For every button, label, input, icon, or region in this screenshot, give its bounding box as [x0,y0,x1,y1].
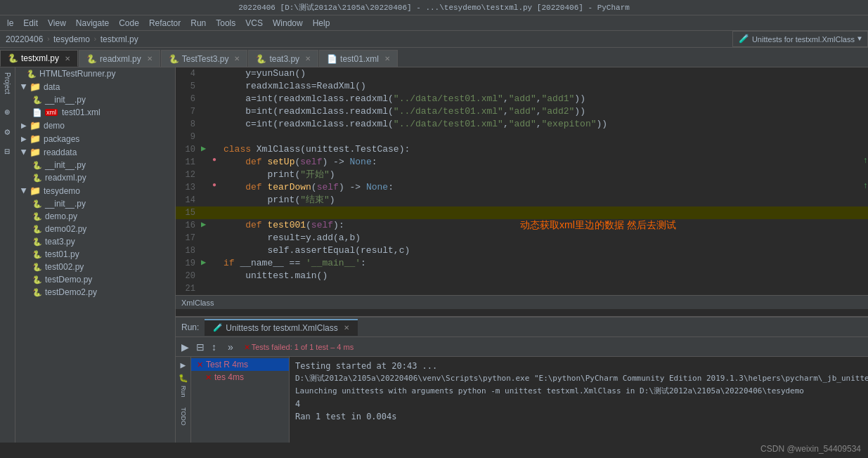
run-output[interactable]: Testing started at 20:43 ... D:\测试2012a\… [290,357,868,443]
close-icon-test01xml[interactable]: ✕ [384,55,390,63]
sidebar-item-htmltestrunner[interactable]: 🐍 HTMLTestRunner.py [15,67,175,80]
title-bar: 20220406 [D:\测试2012a\2105a\20220406] - .… [0,0,868,15]
code-line-13: 13 ● def tearDown(self) -> None: ↑ [176,181,868,194]
arrow-readdata: ▶ [20,150,28,155]
sidebar-item-test01-py[interactable]: 🐍 test01.py [15,248,175,261]
code-line-6: 6 a=int(readxmlclass.readxml("../data/te… [176,93,868,105]
rerun-button[interactable]: ▶ [179,340,192,354]
bp-13[interactable]: ● [212,181,221,189]
run-label: Run: [176,322,205,332]
run-icon[interactable]: ▶ [181,360,186,371]
filter-button[interactable]: ↕ [209,340,219,354]
folder-readdata-icon: 📁 [30,147,41,157]
menu-code[interactable]: Code [115,17,143,30]
tab-testxml[interactable]: 🐍 testxml.py ✕ [0,50,78,67]
tab-testtest3[interactable]: 🐍 TestTest3.py ✕ [161,50,248,67]
tab-test01xml[interactable]: 📄 test01.xml ✕ [319,50,398,67]
sidebar-item-readdata-folder[interactable]: ▶ 📁 readdata [15,145,175,159]
tab-readxml[interactable]: 🐍 readxml.py ✕ [79,50,160,67]
menu-view[interactable]: View [44,17,70,30]
menu-le[interactable]: le [3,17,18,30]
menu-tools[interactable]: Tools [212,17,240,30]
line-num-15: 15 [176,207,201,219]
tab-teat3[interactable]: 🐍 teat3.py ✕ [248,50,318,67]
py-file-icon: 🐍 [27,70,37,79]
sidebar-item-demo02-py[interactable]: 🐍 demo02.py [15,223,175,235]
close-icon-testxml[interactable]: ✕ [65,55,70,63]
line-code-14: print("结束") [221,194,868,207]
line-num-12: 12 [176,169,201,181]
bp-11[interactable]: ● [212,156,221,164]
py-demo-icon: 🐍 [32,212,42,221]
line-code-4: y=yunSuan() [221,67,868,80]
sidebar-item-test01xml[interactable]: 📄 xml test01.xml [15,106,175,119]
code-footer: XmlClass [176,295,868,309]
breadcrumb-sep-1: › [46,35,51,44]
sidebar-item-init-data[interactable]: 🐍 __init__.py [15,93,175,106]
line-code-17: result=y.add(a,b) [221,232,868,244]
breadcrumb-module[interactable]: tesydemo [53,34,90,44]
sidebar-item-init-tesy[interactable]: 🐍 __init__.py [15,197,175,210]
py-readxml-icon: 🐍 [32,174,42,183]
run-status-text: Tests failed: 1 of 1 test – 4 ms [252,343,354,351]
run-tree-label-1: tes 4ms [214,372,244,382]
close-bottom-tab[interactable]: ✕ [344,324,349,332]
code-line-11: 11 ● def setUp(self) -> None: ↑ [176,156,868,169]
close-icon-teat3[interactable]: ✕ [305,55,311,63]
stop-button[interactable]: ⊟ [193,340,207,354]
py-icon-3: 🐍 [169,54,179,64]
menu-run[interactable]: Run [186,17,210,30]
code-line-8: 8 c=int(readxmlclass.readxml("../data/te… [176,118,868,131]
more-button[interactable]: » [225,340,236,354]
run-config[interactable]: 🧪 Unittests for testxml.XmlClass ▼ [732,31,868,47]
sidebar-item-testdemo2-py[interactable]: 🐍 testDemo2.py [15,286,175,299]
sidebar-item-demo-folder[interactable]: ▶ 📁 demo [15,119,175,132]
tab-label-testxml: testxml.py [21,53,59,63]
bottom-tab-run[interactable]: 🧪 Unittests for testxml.XmlClass ✕ [205,319,357,336]
line-num-7: 7 [176,105,201,118]
todo-label-vert: TODO [180,407,187,426]
menu-refactor[interactable]: Refactor [145,17,185,30]
run-tree-item-1[interactable]: ✕ tes 4ms [191,371,289,384]
menu-window[interactable]: Window [268,17,307,30]
code-line-21: 21 [176,282,868,295]
project-icon[interactable]: Project [1,70,13,96]
run-btn-16[interactable]: ▶ [201,219,212,230]
code-content: 4 y=yunSuan() 5 readxmlclass=ReadXml() [176,67,868,295]
sidebar-item-teat3-py[interactable]: 🐍 teat3.py [15,235,175,248]
menu-edit[interactable]: Edit [19,17,42,30]
sidebar-item-data-folder[interactable]: ▶ 📁 data [15,80,175,93]
debug-icon[interactable]: 🐛 [179,374,188,383]
sidebar-label-demo-py: demo.py [45,211,77,221]
run-tree-item-0[interactable]: ✕ Test R 4ms [191,358,289,371]
sidebar-item-testdemo-py[interactable]: 🐍 testDemo.py [15,273,175,286]
code-editor[interactable]: 4 y=yunSuan() 5 readxmlclass=ReadXml() [176,67,868,316]
breadcrumb-file[interactable]: testxml.py [101,34,138,44]
close-icon-testtest3[interactable]: ✕ [234,55,240,63]
sidebar-label-init2: __init__.py [45,160,86,170]
output-line-2: Launching unittests with arguments pytho… [295,385,862,398]
settings-icon[interactable]: ⚙ [3,124,13,140]
sidebar-item-readxml-py[interactable]: 🐍 readxml.py [15,171,175,184]
py-test01-icon: 🐍 [32,250,42,259]
sidebar-item-demo-py[interactable]: 🐍 demo.py [15,210,175,223]
sidebar-item-tesydemo-folder[interactable]: ▶ 📁 tesydemo [15,184,175,197]
code-line-19: 19 ▶ if __name__ == '__main__': [176,257,868,270]
sidebar-item-init-readdata[interactable]: 🐍 __init__.py [15,159,175,171]
sidebar-item-packages-folder[interactable]: ▶ 📁 packages [15,132,175,145]
line-num-8: 8 [176,118,201,131]
run-config-dropdown[interactable]: ▼ [857,35,862,43]
menu-navigate[interactable]: Navigate [72,17,113,30]
minus-icon[interactable]: ⊟ [3,144,13,159]
add-icon[interactable]: ⊕ [3,105,13,120]
menu-vcs[interactable]: VCS [241,17,267,30]
run-btn-10[interactable]: ▶ [201,143,212,154]
bottom-tabs: Run: 🧪 Unittests for testxml.XmlClass ✕ [176,318,868,337]
breadcrumb-project[interactable]: 20220406 [6,34,43,44]
sidebar-item-test002-py[interactable]: 🐍 test002.py [15,261,175,273]
close-icon-readxml[interactable]: ✕ [147,55,153,63]
line-num-21: 21 [176,282,201,295]
run-btn-19[interactable]: ▶ [201,257,212,268]
run-config-label: Unittests for testxml.XmlClass [752,35,855,44]
menu-help[interactable]: Help [309,17,335,30]
